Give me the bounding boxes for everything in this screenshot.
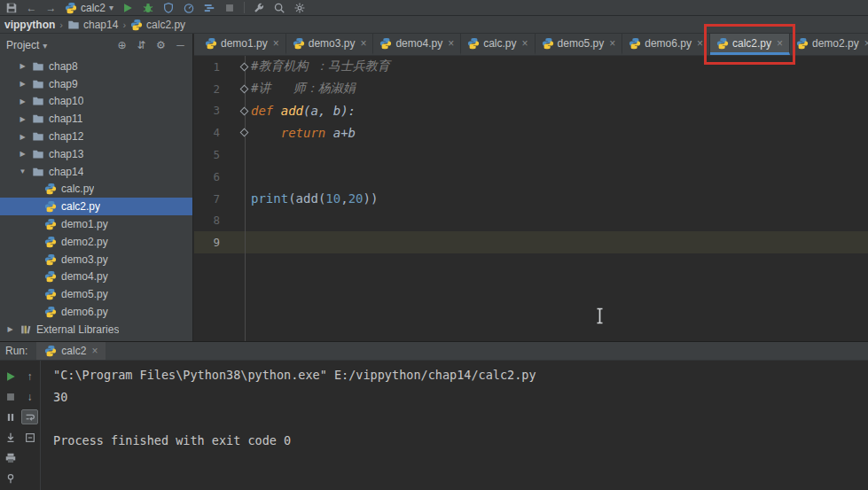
prev-occurrence-button[interactable]: ↑ [21, 369, 38, 384]
tree-item-demo4-py[interactable]: demo4.py [0, 268, 192, 286]
tab-calc[interactable]: calc.py× [461, 34, 535, 55]
tree-item-label: demo5.py [61, 288, 108, 300]
tree-item-chap12[interactable]: ▶chap12 [0, 128, 192, 145]
pause-output-button[interactable] [2, 409, 19, 424]
line-number[interactable]: 6 [194, 170, 224, 183]
code-text: #讲 师：杨淑娟 [251, 81, 868, 97]
editor-code[interactable]: 1#教育机构 ：马士兵教育2#讲 师：杨淑娟3def add(a, b):4 r… [194, 56, 868, 341]
close-icon[interactable]: × [522, 37, 528, 50]
line-number[interactable]: 9 [194, 236, 224, 249]
tab-demo1[interactable]: demo1.py× [199, 34, 286, 55]
close-icon[interactable]: × [777, 37, 783, 50]
profiler-icon[interactable] [183, 2, 195, 14]
line-number[interactable]: 7 [194, 192, 224, 206]
tree-item-chap9[interactable]: ▶chap9 [0, 75, 192, 93]
tree-item-chap13[interactable]: ▶chap13 [0, 145, 192, 163]
expand-arrow-icon[interactable]: ▶ [18, 133, 27, 141]
tree-item-chap8[interactable]: ▶chap8 [0, 58, 192, 75]
close-icon[interactable]: × [864, 37, 868, 50]
tab-demo5[interactable]: demo5.py× [536, 34, 623, 55]
concurrency-icon[interactable] [203, 2, 215, 14]
tab-demo2[interactable]: demo2.py× [790, 34, 868, 55]
close-icon[interactable]: × [360, 37, 366, 50]
gear-icon[interactable]: ⚙ [155, 39, 167, 51]
settings-icon[interactable] [293, 2, 306, 14]
stop-button[interactable] [2, 389, 19, 404]
collapse-output-button[interactable] [21, 430, 38, 445]
line-number[interactable]: 4 [194, 126, 224, 139]
tree-item-demo6-py[interactable]: demo6.py [0, 303, 192, 321]
close-icon[interactable]: × [448, 37, 454, 50]
project-panel-header[interactable]: Project ▾ ⊕⇵⚙─ [0, 34, 192, 57]
code-line-3[interactable]: 3def add(a, b): [194, 100, 868, 122]
line-number[interactable]: 8 [194, 214, 224, 227]
code-line-7[interactable]: 7print(add(10,20)) [194, 188, 868, 210]
line-number[interactable]: 5 [194, 148, 224, 161]
code-line-1[interactable]: 1#教育机构 ：马士兵教育 [194, 56, 868, 78]
tab-demo4[interactable]: demo4.py× [373, 34, 461, 55]
caret-down-icon: ▾ [43, 41, 47, 51]
search-icon[interactable] [273, 2, 285, 14]
tree-item-chap11[interactable]: ▶chap11 [0, 110, 192, 128]
rerun-button[interactable] [2, 369, 19, 384]
expand-arrow-icon[interactable]: ▶ [5, 325, 15, 333]
debug-icon[interactable] [142, 2, 154, 14]
tree-item-demo2-py[interactable]: demo2.py [0, 233, 192, 251]
tree-item-external-libraries[interactable]: ▶External Libraries [0, 321, 192, 338]
expand-arrow-icon[interactable]: ▶ [18, 62, 27, 70]
expand-arrow-icon[interactable]: ▶ [18, 80, 27, 88]
python-icon [205, 37, 217, 50]
line-number[interactable]: 3 [194, 104, 224, 117]
breadcrumb-item-file[interactable]: calc2.py [130, 19, 185, 31]
code-line-4[interactable]: 4 return a+b [194, 121, 868, 144]
tree-item-demo1-py[interactable]: demo1.py [0, 215, 192, 233]
print-button[interactable] [2, 450, 19, 465]
next-occurrence-button[interactable]: ↓ [21, 389, 38, 404]
stop-icon[interactable] [223, 2, 236, 14]
tree-item-chap10[interactable]: ▶chap10 [0, 93, 192, 111]
pin-button[interactable] [2, 471, 19, 486]
main-toolbar: ←→ calc2 ▾ [0, 0, 868, 16]
close-icon[interactable]: × [91, 345, 98, 357]
soft-wrap-button[interactable] [21, 409, 38, 424]
close-icon[interactable]: × [609, 37, 615, 50]
close-icon[interactable]: × [273, 37, 279, 50]
forward-icon[interactable]: → [45, 2, 57, 14]
code-line-8[interactable]: 8 [194, 210, 868, 232]
print-icon [4, 452, 17, 464]
locate-icon[interactable]: ⊕ [116, 39, 128, 51]
hide-icon[interactable]: ─ [175, 39, 186, 51]
back-icon[interactable]: ← [26, 2, 37, 14]
wrench-icon[interactable] [253, 2, 265, 14]
run-config-selector[interactable]: calc2 ▾ [65, 2, 113, 14]
collapse-arrow-icon[interactable]: ▼ [18, 167, 27, 175]
tree-item-chap14[interactable]: ▼chap14 [0, 163, 192, 181]
scroll-to-end-button[interactable] [2, 430, 19, 445]
close-icon[interactable]: × [697, 37, 703, 50]
folder-icon [32, 78, 44, 90]
tab-demo6[interactable]: demo6.py× [622, 34, 710, 55]
run-icon[interactable] [121, 2, 134, 14]
save-all-icon[interactable] [5, 2, 18, 14]
tree-item-demo5-py[interactable]: demo5.py [0, 285, 192, 303]
breadcrumb-item-folder[interactable]: chap14 [67, 19, 118, 31]
expand-arrow-icon[interactable]: ▶ [18, 150, 27, 158]
collapse-output-icon [24, 432, 36, 444]
code-line-9[interactable]: 9 [194, 231, 868, 253]
tree-item-demo3-py[interactable]: demo3.py [0, 251, 192, 268]
expand-arrow-icon[interactable]: ▶ [18, 97, 27, 105]
tab-calc2[interactable]: calc2.py× [710, 34, 790, 55]
code-line-5[interactable]: 5 [194, 144, 868, 166]
code-line-6[interactable]: 6 [194, 166, 868, 188]
collapse_all-icon[interactable]: ⇵ [136, 39, 147, 51]
code-line-2[interactable]: 2#讲 师：杨淑娟 [194, 78, 868, 100]
tab-demo3[interactable]: demo3.py× [286, 34, 374, 55]
run-tab-calc2[interactable]: calc2 × [36, 342, 106, 360]
line-number[interactable]: 2 [194, 82, 224, 96]
tree-item-calc-py[interactable]: calc.py [0, 181, 192, 198]
line-number[interactable]: 1 [194, 60, 224, 74]
coverage-icon[interactable] [162, 2, 175, 14]
expand-arrow-icon[interactable]: ▶ [18, 115, 27, 123]
breadcrumb-item-project[interactable]: vippython [4, 19, 55, 31]
tree-item-calc2-py[interactable]: calc2.py [0, 198, 192, 215]
